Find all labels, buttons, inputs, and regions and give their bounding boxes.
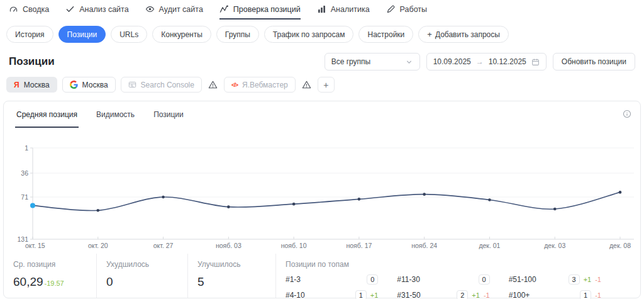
top-nav-item[interactable]: Работы (386, 4, 427, 20)
top-nav-label: Аудит сайта (159, 5, 203, 14)
avg-position-delta: -19.57 (45, 279, 64, 287)
top-range-cell: #100+1-1 (509, 290, 601, 299)
stat-value: 60,29 -19.57 (13, 275, 96, 289)
x-axis-label: нояб. 24 (411, 242, 437, 249)
data-point[interactable] (96, 209, 99, 212)
average-position-chart[interactable]: 13671131окт. 15окт. 20окт. 27нояб. 03ноя… (4, 128, 640, 254)
group-select[interactable]: Все группы (325, 53, 420, 71)
top-range-values: 0 (367, 274, 378, 285)
positions-pulse-icon (219, 4, 229, 14)
data-point[interactable] (162, 196, 165, 199)
stat-label: Ср. позиция (13, 260, 96, 269)
sub-nav-label: Настройки (367, 31, 404, 38)
sub-nav-item[interactable]: Конкуренты (152, 26, 211, 43)
check-icon (65, 4, 75, 14)
engine-label: Москва (82, 81, 108, 89)
tops-label: Позиции по топам (286, 260, 601, 269)
top-nav-item[interactable]: Аудит сайта (145, 4, 203, 20)
sub-nav: ИсторияПозицииURLsКонкурентыГруппыТрафик… (0, 20, 644, 47)
top-nav-item[interactable]: Анализ сайта (65, 4, 128, 20)
top-range-cell: #31-502+1-1 (397, 290, 489, 299)
engine-label: Я.Вебмастер (242, 81, 288, 89)
data-point[interactable] (292, 203, 296, 206)
yandex-webmaster-icon: </> (231, 82, 238, 88)
top-range-up: +1 (370, 291, 379, 299)
engine-tab[interactable]: Москва (62, 77, 116, 93)
top-nav-item[interactable]: Сводка (9, 4, 49, 20)
engine-label: Search Console (141, 81, 194, 89)
x-axis-label: нояб. 03 (216, 242, 242, 249)
top-range-values: 2+1-1 (457, 290, 489, 299)
chart-card: Средняя позицияВидимостьПозиции 13671131… (3, 101, 641, 298)
top-nav-item[interactable]: Аналитика (317, 4, 370, 20)
add-search-engine-button[interactable]: + (318, 77, 335, 93)
add-queries-button[interactable]: +Добавить запросы (418, 26, 509, 43)
top-range-cell: #51-1003+1-1 (509, 274, 601, 285)
chart-tab[interactable]: Позиции (152, 101, 185, 128)
top-range-cell: #1-30 (286, 274, 378, 285)
chart-tab[interactable]: Видимость (95, 101, 136, 128)
top-range-values: 1+1 (355, 290, 379, 299)
top-nav: СводкаАнализ сайтаАудит сайтаПроверка по… (0, 0, 644, 20)
engine-tab[interactable]: </>Я.Вебмастер (224, 77, 296, 93)
data-point[interactable] (553, 208, 557, 211)
data-point[interactable] (619, 191, 622, 194)
data-point[interactable] (423, 193, 426, 196)
search-engine-tabs: ЯМоскваМоскваSearch Console</>Я.Вебмасте… (0, 76, 644, 101)
sub-nav-item[interactable]: Трафик по запросам (264, 26, 354, 43)
sub-nav-item[interactable]: Позиции (58, 26, 106, 43)
top-range-cell: #11-300 (397, 274, 489, 285)
top-range-values: 0 (479, 274, 490, 285)
sub-nav-item[interactable]: История (6, 26, 53, 43)
engine-tab[interactable]: ЯМосква (6, 77, 57, 93)
stat-avg-position: Ср. позиция 60,29 -19.57 (4, 254, 96, 298)
sub-nav-item[interactable]: URLs (111, 26, 147, 43)
warning-icon[interactable] (207, 80, 219, 89)
avg-position-value: 60,29 (13, 275, 43, 289)
line-series (33, 192, 620, 210)
top-range-down: -1 (595, 291, 601, 299)
top-range-label: #31-50 (397, 291, 420, 299)
sub-nav-item[interactable]: Группы (216, 26, 259, 43)
sub-nav-label: Позиции (67, 31, 97, 38)
data-point[interactable] (227, 205, 230, 208)
data-point[interactable] (488, 198, 491, 201)
top-nav-item[interactable]: Проверка позиций (219, 4, 301, 20)
sub-nav-label: История (15, 31, 45, 38)
top-range-count: 0 (367, 274, 378, 285)
data-point[interactable] (358, 198, 361, 201)
date-from: 10.09.2025 (433, 57, 471, 66)
warning-icon[interactable] (301, 80, 313, 89)
stats-row: Ср. позиция 60,29 -19.57 Ухудшилось 0 Ул… (4, 254, 640, 298)
date-to: 10.12.2025 (489, 57, 526, 66)
top-nav-label: Сводка (23, 5, 49, 14)
top-nav-label: Работы (400, 5, 427, 14)
top-range-count: 3 (569, 274, 580, 285)
x-axis-label: окт. 20 (88, 242, 108, 249)
sub-nav-label: Добавить запросы (435, 31, 500, 38)
x-axis-label: дек. 08 (609, 242, 631, 249)
chevron-down-icon (405, 58, 413, 66)
chart-tab[interactable]: Средняя позиция (15, 101, 79, 128)
info-icon[interactable] (623, 110, 631, 118)
top-range-count: 1 (580, 290, 591, 299)
stat-value: 0 (106, 275, 187, 289)
plus-icon: + (427, 30, 432, 38)
date-arrow: → (476, 57, 484, 66)
engine-tab[interactable]: Search Console (121, 77, 202, 93)
update-positions-button[interactable]: Обновить позиции (553, 53, 635, 71)
toolbar: Позиции Все группы 10.09.2025 → 10.12.20… (0, 47, 644, 76)
top-nav-label: Анализ сайта (79, 5, 128, 14)
stat-worsened: Ухудшилось 0 (96, 254, 187, 298)
sub-nav-label: Трафик по запросам (273, 31, 345, 38)
highlighted-data-point[interactable] (30, 203, 35, 208)
sub-nav-item[interactable]: Настройки (358, 26, 413, 43)
stat-label: Ухудшилось (106, 260, 187, 269)
top-range-cell: #4-101+1 (286, 290, 378, 299)
toolbar-controls: Все группы 10.09.2025 → 10.12.2025 Обнов… (325, 53, 635, 71)
top-range-values: 1-1 (580, 290, 601, 299)
sub-nav-label: Группы (225, 31, 250, 38)
top-range-up: +1 (472, 291, 480, 299)
y-axis-label: 36 (21, 169, 28, 177)
date-range-picker[interactable]: 10.09.2025 → 10.12.2025 (426, 53, 547, 71)
